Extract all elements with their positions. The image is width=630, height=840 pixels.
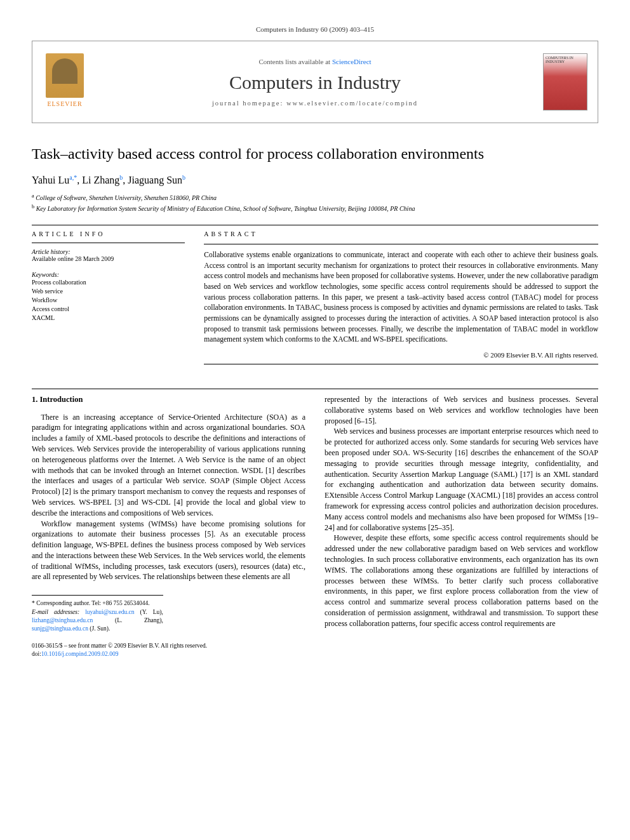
running-head: Computers in Industry 60 (2009) 403–415 bbox=[32, 25, 598, 33]
author-1: Yahui Lu bbox=[32, 175, 69, 185]
abstract-block: ABSTRACT Collaborative systems enable or… bbox=[204, 230, 598, 370]
left-column: 1. Introduction There is an increasing a… bbox=[32, 394, 305, 658]
rule-top bbox=[32, 225, 598, 225]
contents-prefix: Contents lists available at bbox=[258, 58, 332, 65]
doi-prefix: doi: bbox=[32, 651, 41, 657]
keyword-1: Process collaboration bbox=[32, 278, 185, 287]
abstract-text: Collaborative systems enable organizatio… bbox=[204, 250, 598, 345]
affil-a-marker: a bbox=[32, 193, 34, 199]
elsevier-tree-icon bbox=[46, 53, 84, 98]
cover-title-text: COMPUTERS IN INDUSTRY bbox=[546, 56, 585, 63]
article-info-block: ARTICLE INFO Article history: Available … bbox=[32, 230, 185, 370]
footnotes: * Corresponding author. Tel: +86 755 265… bbox=[32, 595, 163, 633]
email-1[interactable]: luyahui@szu.edu.cn bbox=[85, 609, 134, 615]
right-column: represented by the interactions of Web s… bbox=[325, 394, 598, 658]
author-2-marker: b bbox=[119, 174, 123, 181]
author-1-marker: a,* bbox=[69, 174, 77, 181]
emails-label: E-mail addresses: bbox=[32, 609, 79, 615]
left-para-2: Workflow management systems (WfMSs) have… bbox=[32, 519, 305, 583]
bottom-meta: 0166-3615/$ – see front matter © 2009 El… bbox=[32, 642, 305, 658]
history-value: Available online 28 March 2009 bbox=[32, 255, 185, 262]
email-1-who: (Y. Lu) bbox=[140, 609, 162, 615]
affiliations: a College of Software, Shenzhen Universi… bbox=[32, 192, 598, 213]
affiliation-a: a College of Software, Shenzhen Universi… bbox=[32, 192, 598, 203]
keyword-3: Workflow bbox=[32, 296, 185, 305]
left-para-1: There is an increasing acceptance of Ser… bbox=[32, 412, 305, 519]
email-3-who: (J. Sun) bbox=[90, 625, 109, 632]
author-2: Li Zhang bbox=[82, 175, 119, 185]
email-2[interactable]: lizhang@tsinghua.edu.cn bbox=[32, 617, 93, 623]
elsevier-logo: ELSEVIER bbox=[43, 53, 87, 110]
doi-link[interactable]: 10.1016/j.compind.2009.02.009 bbox=[41, 651, 119, 657]
affil-a-text: College of Software, Shenzhen University… bbox=[36, 195, 217, 202]
journal-masthead: ELSEVIER Contents lists available at Sci… bbox=[32, 41, 598, 123]
right-para-2: Web services and business processes are … bbox=[325, 426, 598, 533]
corresponding-author-note: * Corresponding author. Tel: +86 755 265… bbox=[32, 599, 163, 608]
journal-cover-thumbnail: COMPUTERS IN INDUSTRY bbox=[543, 53, 587, 110]
sciencedirect-link[interactable]: ScienceDirect bbox=[332, 58, 372, 65]
journal-homepage: journal homepage: www.elsevier.com/locat… bbox=[87, 100, 543, 107]
article-info-heading: ARTICLE INFO bbox=[32, 230, 185, 237]
contents-available-line: Contents lists available at ScienceDirec… bbox=[87, 58, 543, 65]
issn-line: 0166-3615/$ – see front matter © 2009 El… bbox=[32, 642, 305, 650]
author-list: Yahui Lua,*, Li Zhangb, Jiaguang Sunb bbox=[32, 174, 598, 186]
right-para-3: However, despite these efforts, some spe… bbox=[325, 533, 598, 629]
keyword-2: Web service bbox=[32, 287, 185, 296]
email-2-who: (L. Zhang) bbox=[115, 617, 161, 623]
journal-name: Computers in Industry bbox=[87, 72, 543, 93]
body-columns: 1. Introduction There is an increasing a… bbox=[32, 394, 598, 658]
rule-abstract-1 bbox=[204, 244, 598, 244]
section-1-heading: 1. Introduction bbox=[32, 394, 305, 406]
article-title: Task–activity based access control for p… bbox=[32, 145, 598, 163]
info-abstract-row: ARTICLE INFO Article history: Available … bbox=[32, 230, 598, 370]
abstract-copyright: © 2009 Elsevier B.V. All rights reserved… bbox=[204, 351, 598, 359]
keyword-5: XACML bbox=[32, 314, 185, 323]
rule-body-top bbox=[32, 389, 598, 389]
right-para-1: represented by the interactions of Web s… bbox=[325, 394, 598, 426]
affil-b-text: Key Laboratory for Information System Se… bbox=[36, 205, 415, 212]
doi-line: doi:10.1016/j.compind.2009.02.009 bbox=[32, 650, 305, 658]
email-3[interactable]: sunjg@tsinghua.edu.cn bbox=[32, 625, 88, 632]
rule-abstract-2 bbox=[204, 364, 598, 364]
abstract-heading: ABSTRACT bbox=[204, 230, 598, 237]
rule-info-1 bbox=[32, 243, 185, 243]
affiliation-b: b Key Laboratory for Information System … bbox=[32, 203, 598, 213]
author-3-marker: b bbox=[182, 174, 185, 181]
keyword-4: Access control bbox=[32, 305, 185, 314]
affil-b-marker: b bbox=[32, 204, 34, 210]
elsevier-label: ELSEVIER bbox=[47, 100, 82, 107]
email-addresses-line: E-mail addresses: luyahui@szu.edu.cn (Y.… bbox=[32, 608, 163, 634]
masthead-center: Contents lists available at ScienceDirec… bbox=[87, 58, 543, 107]
history-label: Article history: bbox=[32, 248, 185, 255]
author-3: Jiaguang Sun bbox=[128, 175, 182, 185]
keywords-label: Keywords: bbox=[32, 271, 185, 278]
